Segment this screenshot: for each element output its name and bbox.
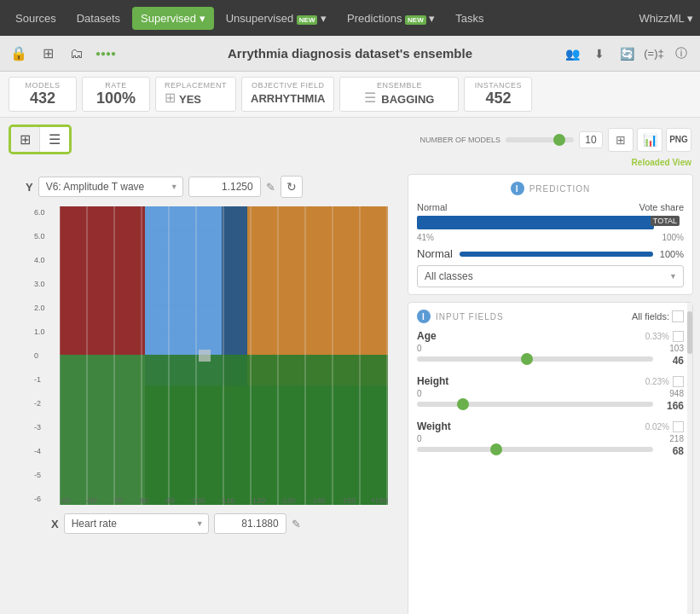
- code-icon[interactable]: (=)‡: [642, 42, 666, 66]
- stat-instances-value: 452: [473, 90, 523, 107]
- people-icon[interactable]: 👥: [560, 42, 584, 66]
- left-panel: Y V6: Amplitude T wave 1.1250 ✎ ↻ 6.0 5.…: [0, 169, 401, 614]
- field-checkbox-weight[interactable]: [673, 421, 684, 432]
- stat-rate-value: 100%: [91, 90, 141, 107]
- grid-view-btn[interactable]: ⊞: [11, 127, 40, 152]
- y-selector: Y V6: Amplitude T wave 1.1250 ✎ ↻: [26, 176, 392, 198]
- y-refresh-icon[interactable]: ↻: [281, 176, 303, 198]
- download-icon[interactable]: ⬇: [587, 42, 611, 66]
- height-slider-track[interactable]: [417, 402, 653, 407]
- normal-pct: 100%: [660, 249, 684, 259]
- info-icon[interactable]: ⓘ: [669, 42, 693, 66]
- age-slider-thumb[interactable]: [521, 353, 533, 365]
- stat-models: MODELS 432: [9, 77, 77, 112]
- nav-bar: Sources Datasets Supervised ▾ Unsupervis…: [0, 0, 700, 36]
- nav-user[interactable]: WhizzML ▾: [639, 12, 693, 25]
- nav-predictions[interactable]: Predictions NEW ▾: [338, 7, 443, 30]
- dots-icon[interactable]: ●●●●: [94, 42, 118, 66]
- y-tick-n6: -6: [34, 495, 58, 503]
- vote-bar: TOTAL: [417, 216, 654, 229]
- y-value-box[interactable]: 1.1250: [188, 177, 261, 197]
- height-slider-thumb[interactable]: [457, 398, 469, 410]
- stat-ensemble-label: ENSEMBLE: [349, 81, 449, 90]
- list-view-btn[interactable]: ☰: [40, 127, 69, 152]
- chart-icon-btn[interactable]: 📊: [637, 128, 662, 152]
- main-content: Y V6: Amplitude T wave 1.1250 ✎ ↻ 6.0 5.…: [0, 169, 700, 614]
- y-tick-n3: -3: [34, 423, 58, 432]
- weight-slider-thumb[interactable]: [490, 443, 502, 455]
- stat-ensemble: ENSEMBLE ☰ BAGGING: [339, 77, 459, 112]
- replacement-icon: ⊞: [165, 90, 176, 106]
- tree-icon[interactable]: ⊞: [36, 42, 60, 66]
- field-checkbox-age[interactable]: [673, 331, 684, 342]
- weight-slider-track[interactable]: [417, 447, 653, 452]
- all-fields-checkbox[interactable]: [672, 310, 684, 322]
- range-row-height: 0 948: [417, 389, 684, 398]
- stat-replacement-value: YES: [179, 93, 201, 106]
- nav-unsupervised[interactable]: Unsupervised NEW ▾: [217, 7, 335, 30]
- x-edit-icon[interactable]: ✎: [292, 518, 301, 530]
- all-classes-select[interactable]: All classes Normal Arrhythmia: [417, 265, 684, 287]
- y-tick-n4: -4: [34, 447, 58, 455]
- all-fields-wrap: All fields:: [632, 310, 684, 322]
- age-value: 46: [658, 355, 684, 367]
- field-row-height: Height 0.23% 0 948 166: [417, 375, 684, 412]
- unsupervised-badge: NEW: [297, 15, 318, 25]
- prediction-box: i PREDICTION Normal Vote share TOTAL 41%…: [408, 174, 693, 295]
- weight-max: 218: [669, 434, 684, 443]
- input-fields-info-icon[interactable]: i: [417, 310, 431, 323]
- x-selector: X Heart rate 81.1880 ✎: [51, 513, 392, 534]
- field-name-row-age: Age 0.33%: [417, 330, 684, 342]
- x-tick-110: -110: [220, 496, 235, 505]
- nav-supervised[interactable]: Supervised ▾: [132, 7, 214, 30]
- x-tick-130: -130: [280, 496, 295, 505]
- x-tick-150: -150: [340, 496, 356, 505]
- range-row-age: 0 103: [417, 344, 684, 353]
- field-pct-age: 0.33%: [645, 332, 669, 341]
- vote-share-label: Vote share: [639, 202, 684, 212]
- toolbar: 🔒 ⊞ 🗂 ●●●● 👥 ⬇ 🔄 (=)‡ ⓘ Arrythmia diagno…: [0, 36, 700, 72]
- toolbar-right-icons: 👥 ⬇ 🔄 (=)‡ ⓘ: [560, 42, 693, 66]
- nav-datasets[interactable]: Datasets: [68, 7, 129, 30]
- stat-instances: INSTANCES 452: [464, 77, 532, 112]
- field-row-age: Age 0.33% 0 103 46: [417, 330, 684, 367]
- y-edit-icon[interactable]: ✎: [266, 181, 275, 194]
- normal-bar: [460, 252, 653, 257]
- total-badge: TOTAL: [651, 216, 680, 226]
- nav-tasks[interactable]: Tasks: [447, 7, 492, 30]
- models-slider-thumb[interactable]: [553, 134, 565, 146]
- range-row-weight: 0 218: [417, 434, 684, 443]
- reloaded-view-label: Reloaded View: [632, 158, 691, 167]
- x-field-select[interactable]: Heart rate: [64, 513, 209, 534]
- png-btn[interactable]: PNG: [666, 128, 691, 152]
- predictions-badge: NEW: [405, 15, 426, 25]
- nav-sources[interactable]: Sources: [7, 7, 65, 30]
- prediction-info-icon[interactable]: i: [511, 182, 524, 195]
- y-field-select-wrap: V6: Amplitude T wave: [38, 177, 183, 197]
- y-label: Y: [26, 181, 33, 194]
- models-count-box[interactable]: 10: [579, 131, 603, 148]
- models-slider[interactable]: [506, 137, 574, 142]
- svg-rect-18: [145, 385, 388, 505]
- x-label: X: [51, 518, 59, 530]
- age-min: 0: [417, 344, 422, 353]
- stat-objective-value: ARRHYTHMIA: [251, 92, 325, 105]
- all-fields-label: All fields:: [632, 311, 669, 321]
- height-value: 166: [658, 400, 684, 412]
- y-tick-n1: -1: [34, 375, 58, 384]
- field-checkbox-height[interactable]: [673, 376, 684, 387]
- table-icon-btn[interactable]: ⊞: [608, 128, 633, 152]
- x-value-box[interactable]: 81.1880: [214, 513, 286, 534]
- lock-icon[interactable]: 🔒: [7, 42, 31, 66]
- normal-row: Normal 100%: [417, 247, 684, 260]
- age-slider-track[interactable]: [417, 356, 653, 362]
- y-tick-5: 5.0: [34, 232, 58, 240]
- scrollbar-track[interactable]: [687, 303, 692, 614]
- normal-class-label: Normal: [417, 247, 453, 260]
- scrollbar-thumb[interactable]: [687, 311, 692, 354]
- stat-ensemble-value: BAGGING: [381, 93, 434, 106]
- y-field-select[interactable]: V6: Amplitude T wave: [38, 177, 183, 197]
- sync-icon[interactable]: 🔄: [615, 42, 639, 66]
- model-icon[interactable]: 🗂: [65, 42, 89, 66]
- ensemble-icon: ☰: [364, 90, 376, 106]
